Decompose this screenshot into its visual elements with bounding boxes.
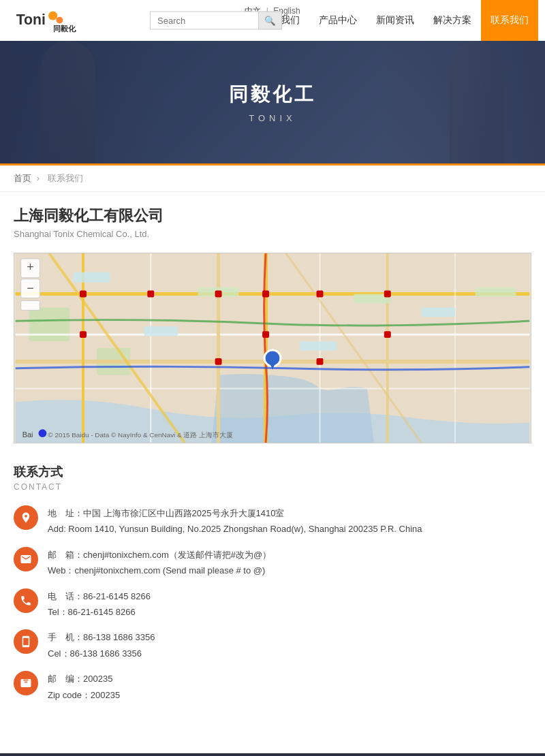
mobile-icon bbox=[14, 629, 38, 654]
zip-icon bbox=[14, 671, 38, 695]
email-value: chenj#tonixchem.com（发送邮件请把#改为@） bbox=[83, 550, 271, 560]
map-svg: + − Bai © 2015 Baidu - Data © NayInfo & … bbox=[14, 253, 531, 443]
breadcrumb-sep: › bbox=[37, 173, 40, 183]
svg-rect-34 bbox=[262, 331, 269, 338]
address-cn: 中国 上海市徐汇区中山西路2025号永升大厦1410室 bbox=[83, 508, 284, 518]
svg-point-1 bbox=[48, 12, 57, 20]
company-subtitle: Shanghai Tonix Chemical Co., Ltd. bbox=[14, 229, 531, 239]
contact-email-item: 邮 箱：chenj#tonixchem.com（发送邮件请把#改为@） Web：… bbox=[14, 547, 531, 579]
svg-rect-26 bbox=[300, 341, 337, 351]
svg-rect-20 bbox=[73, 272, 110, 283]
contact-title: 联系方式 bbox=[14, 464, 531, 480]
contact-mobile-item: 手 机：86-138 1686 3356 Cel：86-138 1686 335… bbox=[14, 629, 531, 661]
phone-icon bbox=[14, 588, 38, 613]
svg-rect-31 bbox=[317, 291, 324, 298]
nav-solutions[interactable]: 解决方案 bbox=[424, 0, 481, 41]
mobile-label: 手 机： bbox=[48, 632, 83, 642]
mobile-value: 86-138 1686 3356 bbox=[83, 632, 155, 642]
mobile-text: 手 机：86-138 1686 3356 Cel：86-138 1686 335… bbox=[48, 629, 155, 661]
svg-rect-44 bbox=[21, 301, 40, 311]
phone-label: 电 话： bbox=[48, 591, 83, 601]
svg-rect-22 bbox=[144, 326, 178, 336]
address-en: Add: Room 1410, Yunsun Building, No.2025… bbox=[48, 524, 422, 534]
logo-svg: Toni 同毅化工 bbox=[15, 7, 76, 34]
footer-dark: 友情链接 阿里巴巴旗舰店 淘宝旗舰店 bbox=[0, 753, 545, 756]
zip-en: Zip code：200235 bbox=[48, 690, 120, 700]
svg-rect-33 bbox=[80, 331, 87, 338]
svg-rect-5 bbox=[29, 307, 70, 341]
phone-value: 86-21-6145 8266 bbox=[83, 591, 151, 601]
address-text: 地 址：中国 上海市徐汇区中山西路2025号永升大厦1410室 Add: Roo… bbox=[48, 505, 422, 537]
svg-rect-28 bbox=[147, 291, 154, 298]
svg-rect-32 bbox=[384, 291, 391, 298]
contact-address-item: 地 址：中国 上海市徐汇区中山西路2025号永升大厦1410室 Add: Roo… bbox=[14, 505, 531, 537]
svg-rect-30 bbox=[262, 291, 269, 298]
email-label: 邮 箱： bbox=[48, 550, 83, 560]
mobile-en: Cel：86-138 1686 3356 bbox=[48, 648, 142, 659]
zip-label: 邮 编： bbox=[48, 674, 83, 684]
svg-rect-24 bbox=[421, 307, 455, 317]
svg-point-2 bbox=[57, 17, 63, 24]
breadcrumb-home[interactable]: 首页 bbox=[14, 173, 31, 183]
search-button[interactable]: 🔍 bbox=[259, 12, 282, 30]
nav-products[interactable]: 产品中心 bbox=[309, 0, 367, 41]
breadcrumb-current: 联系我们 bbox=[48, 173, 83, 183]
email-web: Web：chenj#tonixchem.com (Send mail pleas… bbox=[48, 565, 265, 576]
search-icon: 🔍 bbox=[264, 16, 276, 26]
nav-news[interactable]: 新闻资讯 bbox=[367, 0, 424, 41]
svg-text:Toni: Toni bbox=[16, 12, 46, 28]
svg-text:同毅化工: 同毅化工 bbox=[53, 25, 76, 33]
location-icon bbox=[14, 505, 38, 530]
svg-text:+: + bbox=[27, 260, 33, 274]
svg-text:−: − bbox=[27, 281, 33, 295]
zip-text: 邮 编：200235 Zip code：200235 bbox=[48, 671, 120, 703]
breadcrumb: 首页 › 联系我们 bbox=[0, 166, 545, 192]
svg-rect-35 bbox=[384, 331, 391, 338]
contact-phone-item: 电 话：86-21-6145 8266 Tel：86-21-6145 8266 bbox=[14, 588, 531, 620]
contact-section: 联系方式 CONTACT 地 址：中国 上海市徐汇区中山西路2025号永升大厦1… bbox=[14, 464, 531, 726]
svg-rect-36 bbox=[215, 358, 222, 365]
svg-text:© 2015 Baidu - Data © NayInfo : © 2015 Baidu - Data © NayInfo & CenNavi … bbox=[48, 431, 233, 439]
address-label: 地 址： bbox=[48, 508, 83, 518]
phone-en: Tel：86-21-6145 8266 bbox=[48, 607, 136, 617]
svg-rect-27 bbox=[80, 291, 87, 298]
header: Toni 同毅化工 中文 | English 🔍 首页 关于我们 产品中心 新闻… bbox=[0, 0, 545, 41]
search-input[interactable] bbox=[150, 12, 259, 30]
email-icon bbox=[14, 547, 38, 571]
svg-rect-29 bbox=[215, 291, 222, 298]
svg-rect-37 bbox=[317, 358, 324, 365]
hero-title: 同毅化工 bbox=[229, 82, 316, 108]
logo-area: Toni 同毅化工 bbox=[7, 7, 129, 34]
nav-contact[interactable]: 联系我们 bbox=[481, 0, 538, 41]
hero-subtitle: TONIX bbox=[229, 113, 316, 123]
svg-rect-25 bbox=[476, 287, 516, 297]
contact-zip-item: 邮 编：200235 Zip code：200235 bbox=[14, 671, 531, 703]
company-title: 上海同毅化工有限公司 bbox=[14, 206, 531, 226]
logo-icon: Toni 同毅化工 bbox=[15, 7, 76, 34]
email-text: 邮 箱：chenj#tonixchem.com（发送邮件请把#改为@） Web：… bbox=[48, 547, 271, 579]
contact-sub: CONTACT bbox=[14, 482, 531, 492]
hero-section: 同毅化工 TONIX bbox=[0, 41, 545, 163]
phone-text: 电 话：86-21-6145 8266 Tel：86-21-6145 8266 bbox=[48, 588, 151, 620]
map-container[interactable]: + − Bai © 2015 Baidu - Data © NayInfo & … bbox=[14, 253, 531, 443]
svg-text:Bai: Bai bbox=[22, 430, 33, 439]
search-area: 🔍 bbox=[150, 12, 282, 30]
main-content: 上海同毅化工有限公司 Shanghai Tonix Chemical Co., … bbox=[0, 192, 545, 746]
zip-value: 200235 bbox=[83, 674, 112, 684]
svg-point-46 bbox=[38, 429, 46, 437]
